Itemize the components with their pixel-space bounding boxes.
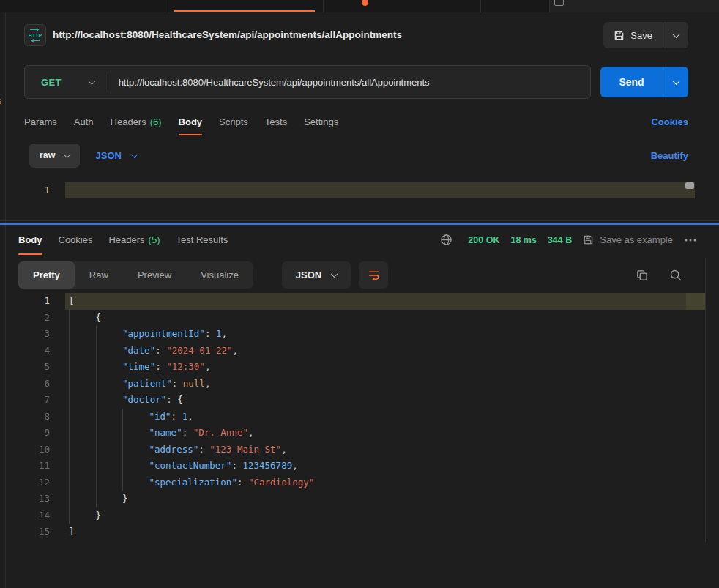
indent-guide xyxy=(122,409,123,425)
code-line: 13} xyxy=(0,491,719,507)
indent-guide xyxy=(69,491,70,507)
tab-label: Headers xyxy=(111,116,146,127)
code-line: 1[ xyxy=(0,293,719,310)
method-selector[interactable]: GET xyxy=(25,66,108,98)
response-tab-headers[interactable]: Headers(5) xyxy=(108,225,160,255)
save-button[interactable]: Save xyxy=(603,22,663,48)
code-line: 7"doctor": { xyxy=(0,392,719,409)
view-tab-visualize[interactable]: Visualize xyxy=(186,261,253,289)
indent-guide xyxy=(96,343,97,360)
request-tab-tests[interactable]: Tests xyxy=(265,108,287,135)
current-line-highlight xyxy=(65,182,695,198)
send-button[interactable]: Send xyxy=(600,67,663,97)
code-line: 10"address": "123 Main St", xyxy=(0,442,719,458)
code-line: 15] xyxy=(0,524,719,540)
tab-label: Cookies xyxy=(59,234,93,245)
indent-guide xyxy=(122,442,123,458)
view-tab-pretty[interactable]: Pretty xyxy=(18,261,75,289)
request-tab-scripts[interactable]: Scripts xyxy=(219,108,248,135)
line-number: 9 xyxy=(0,425,50,442)
response-tab-body[interactable]: Body xyxy=(18,225,42,255)
request-tab-body[interactable]: Body xyxy=(179,108,203,135)
cookies-link-wrap: Cookies xyxy=(651,108,688,135)
indent-guide xyxy=(69,326,70,343)
cookies-link[interactable]: Cookies xyxy=(651,116,688,127)
request-tabs: ParamsAuthHeaders(6)BodyScriptsTestsSett… xyxy=(0,108,338,135)
body-mode-selector[interactable]: raw xyxy=(29,144,80,168)
tab-bar[interactable] xyxy=(0,0,719,12)
indent-guide xyxy=(69,425,70,442)
code-line: 12"specialization": "Cardiology" xyxy=(0,475,719,491)
indent-guide xyxy=(96,475,97,491)
indent-guide xyxy=(122,475,123,491)
tab-save-icon xyxy=(554,0,564,6)
format-label: JSON xyxy=(296,269,321,280)
code-line: 2{ xyxy=(0,310,719,327)
response-time[interactable]: 18 ms xyxy=(510,235,536,245)
beautify-link[interactable]: Beautify xyxy=(651,150,688,161)
view-tab-raw[interactable]: Raw xyxy=(75,261,123,289)
request-tab-auth[interactable]: Auth xyxy=(74,108,94,135)
save-options-button[interactable] xyxy=(663,22,688,48)
code-line: 11"contactNumber": 123456789, xyxy=(0,458,719,475)
indent-guide xyxy=(122,425,123,442)
status-badge[interactable]: 200 OK xyxy=(468,235,499,245)
line-number: 12 xyxy=(0,475,50,491)
chevron-down-icon xyxy=(88,78,95,85)
body-language-selector[interactable]: JSON xyxy=(96,150,137,161)
wrap-text-button[interactable] xyxy=(359,261,388,289)
code-line: 9"name": "Dr. Anne", xyxy=(0,425,719,442)
line-number: 14 xyxy=(0,507,50,524)
copy-icon[interactable] xyxy=(636,269,649,282)
app-window: s HTTP http://localhost:8080/HealthcareS… xyxy=(0,0,719,588)
request-tab-headers[interactable]: Headers(6) xyxy=(111,108,162,135)
tab-label: Test Results xyxy=(176,234,228,245)
response-header: BodyCookiesHeaders(5)Test Results 200 OK… xyxy=(0,225,719,255)
tab-label: Tests xyxy=(265,116,287,127)
line-number: 8 xyxy=(0,409,50,425)
line-number: 4 xyxy=(0,343,50,360)
request-tab-settings[interactable]: Settings xyxy=(304,108,338,135)
tab-label: Body xyxy=(179,116,203,127)
search-icon[interactable] xyxy=(669,269,682,282)
indent-guide xyxy=(69,458,70,475)
response-tab-test-results[interactable]: Test Results xyxy=(176,225,228,255)
editor-scrollbar-thumb[interactable] xyxy=(685,182,694,189)
body-mode-label: raw xyxy=(40,150,56,160)
response-scrollbar-track[interactable] xyxy=(705,258,706,542)
tab-divider xyxy=(323,0,324,12)
indent-guide xyxy=(69,392,70,409)
wrap-text-icon xyxy=(368,269,380,281)
format-selector[interactable]: JSON xyxy=(282,261,351,289)
indent-guide xyxy=(96,491,97,507)
tab-divider xyxy=(549,0,550,12)
line-number: 11 xyxy=(0,458,50,475)
request-tab-params[interactable]: Params xyxy=(24,108,57,135)
tab-label: Auth xyxy=(74,116,94,127)
save-button-group: Save xyxy=(603,22,688,48)
response-tabs: BodyCookiesHeaders(5)Test Results xyxy=(0,225,228,255)
code-line: 3"appointmentId": 1, xyxy=(0,326,719,343)
url-input[interactable] xyxy=(108,77,590,88)
view-tab-preview[interactable]: Preview xyxy=(123,261,186,289)
indent-guide xyxy=(122,458,123,475)
save-as-example-button[interactable]: Save as example xyxy=(583,234,673,245)
response-body-viewer[interactable]: 1[2{3"appointmentId": 1,4"date": "2024-0… xyxy=(0,293,719,542)
tab-bar-right-zone xyxy=(550,0,719,12)
indent-guide xyxy=(96,409,97,425)
response-tab-cookies[interactable]: Cookies xyxy=(59,225,93,255)
line-number: 3 xyxy=(0,326,50,343)
http-method-icon: HTTP xyxy=(24,24,46,46)
more-actions-icon[interactable] xyxy=(684,234,697,247)
indent-guide xyxy=(69,343,70,360)
response-size[interactable]: 344 B xyxy=(548,235,572,245)
line-number: 15 xyxy=(0,524,50,540)
indent-guide xyxy=(69,310,70,327)
indent-guide xyxy=(96,458,97,475)
send-options-button[interactable] xyxy=(663,67,688,97)
response-toolbar: PrettyRawPreviewVisualize JSON xyxy=(0,260,719,291)
request-title: http://localhost:8080/HealthcareSystem/a… xyxy=(53,29,402,40)
request-body-editor[interactable]: 1 xyxy=(0,174,719,221)
active-tab-indicator xyxy=(174,10,315,12)
globe-icon[interactable] xyxy=(440,234,452,246)
